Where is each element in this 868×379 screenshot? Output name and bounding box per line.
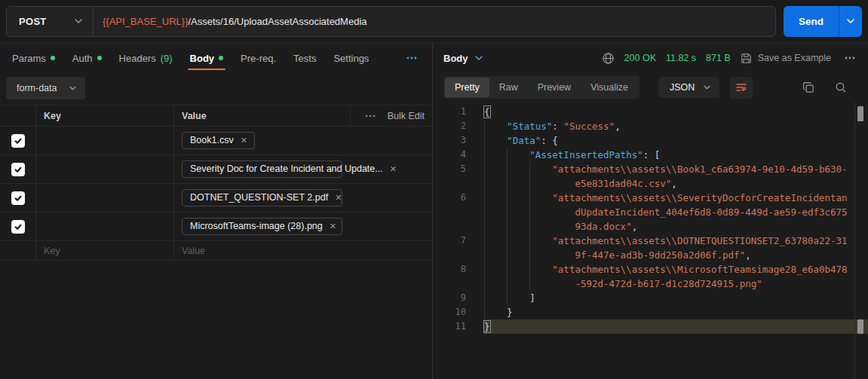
key-cell[interactable] [36,155,174,183]
value-cell: DOTNET_QUESTION-SET 2.pdf✕ [174,184,350,212]
check-icon [14,222,23,231]
close-icon[interactable]: ✕ [335,193,342,203]
indent-guide [484,133,485,148]
key-cell[interactable] [36,184,174,212]
body-type-label: form-data [17,83,57,93]
key-input[interactable]: Key [36,241,174,260]
url-path: /Assets/16/UploadAssetAssociatedMedia [188,16,367,27]
close-icon[interactable]: ✕ [330,222,336,231]
view-tab-pretty[interactable]: Pretty [445,78,489,97]
save-as-example-button[interactable]: Save as Example [741,53,831,64]
form-empty-row: Key Value [0,241,432,261]
file-chip[interactable]: Book1.csv✕ [182,132,255,149]
code-line-content: { [484,105,868,119]
json-punctuation: } [507,307,513,318]
key-column-header: Key [36,105,174,126]
bulk-edit-button[interactable]: Bulk Edit [388,111,425,121]
file-chip-label: Book1.csv [190,135,234,145]
response-section-selector[interactable]: Body [443,53,483,64]
code-line: 2"Status": "Success", [433,119,868,133]
body-type-selector[interactable]: form-data [6,77,85,99]
code-text: "AssetInsertedPaths": [ [484,148,849,162]
file-chip-label: DOTNET_QUESTION-SET 2.pdf [190,192,328,203]
json-punctuation: , [745,249,751,261]
code-line: 9] [433,291,868,305]
url-input[interactable]: {{API_BASE_URL}}/Assets/16/UploadAssetAs… [93,7,775,36]
request-bar: POST {{API_BASE_URL}}/Assets/16/UploadAs… [0,0,868,43]
send-options-button[interactable] [839,6,862,37]
format-label: JSON [670,82,695,93]
indent-guide [529,191,530,234]
view-tab-preview[interactable]: Preview [528,78,581,97]
wrap-text-toggle-button[interactable] [730,77,753,99]
status-badge[interactable]: 200 OK [624,53,656,63]
send-button[interactable]: Send [784,6,839,37]
view-tab-raw[interactable]: Raw [489,78,528,97]
line-number: 11 [433,319,466,334]
scrollbar-mark-bottom[interactable] [857,319,863,334]
check-icon [14,165,23,174]
line-number: 7 [433,234,466,248]
code-text: } [484,319,849,334]
row-actions-cell [350,212,432,240]
form-data-table: Key Value Bulk Edit Book1.csv✕Severity D… [0,105,432,261]
scrollbar-mark-top[interactable] [857,106,863,121]
line-number: 3 [433,133,466,148]
method-label: POST [19,16,47,27]
response-more-options-button[interactable] [842,54,857,62]
value-input[interactable]: Value [174,241,350,260]
line-number: 8 [433,262,466,277]
value-cell: MicrosoftTeams-image (28).png✕ [174,212,350,240]
json-punctuation: : [552,121,563,132]
code-line-content: } [484,305,868,319]
file-chip[interactable]: MicrosoftTeams-image (28).png✕ [182,218,342,235]
json-punctuation: , [615,121,621,132]
checkbox-checked[interactable] [11,191,25,205]
line-number: 6 [433,191,466,205]
view-tab-visualize[interactable]: Visualize [581,78,638,97]
method-selector[interactable]: POST [7,7,93,36]
search-button[interactable] [835,81,847,93]
tab-tests[interactable]: Tests [293,43,316,73]
tab-settings[interactable]: Settings [333,43,369,73]
tab-auth[interactable]: Auth [72,43,102,73]
chevron-down-icon [75,19,82,23]
modified-dot [51,56,55,60]
checkbox-cell [0,127,36,154]
tab-headers[interactable]: Headers(9) [119,43,173,73]
body-type-row: form-data [0,73,432,105]
code-line: 4"AssetInsertedPaths": [ [433,148,868,162]
check-icon [14,194,23,203]
more-horizontal-icon [406,57,417,60]
search-icon [835,81,847,93]
response-time[interactable]: 11.82 s [666,53,696,63]
response-toolbar: PrettyRawPreviewVisualize JSON [433,73,868,102]
tab-params[interactable]: Params [12,43,55,73]
indent-guide [507,191,508,234]
code-line: 7"attachments\\assets\\DOTNETQUESTIONSET… [433,234,868,262]
copy-button[interactable] [802,81,814,93]
file-chip[interactable]: DOTNET_QUESTION-SET 2.pdf✕ [182,189,342,206]
tab-pre-req[interactable]: Pre-req. [241,43,276,73]
table-more-options-button[interactable] [363,113,377,119]
request-tabs-more-button[interactable] [403,53,420,63]
json-string: "attachments\\assets\\DOTNETQUESTIONSET2… [552,235,847,261]
tab-body[interactable]: Body [190,43,224,73]
key-cell[interactable] [36,212,174,240]
code-line-content: "AssetInsertedPaths": [ [484,148,868,162]
response-size[interactable]: 871 B [706,53,731,63]
json-punctuation: { [484,106,490,118]
checkbox-checked[interactable] [11,220,25,234]
checkbox-checked[interactable] [11,163,25,176]
indent-guide [507,262,508,291]
format-selector[interactable]: JSON [659,77,719,98]
code-text: "attachments\\assets\\SeverityDocforCrea… [484,191,849,234]
checkbox-cell [0,212,36,240]
key-cell[interactable] [36,127,174,154]
close-icon[interactable]: ✕ [241,136,247,145]
file-chip[interactable]: Severity Doc for Create Incident and Upd… [182,160,342,178]
json-punctuation: ] [529,292,535,304]
form-rows: Book1.csv✕Severity Doc for Create Incide… [0,127,432,241]
code-line-content: "attachments\\assets\\Book1_c6a63974-9e1… [484,162,868,191]
checkbox-checked[interactable] [11,134,25,148]
